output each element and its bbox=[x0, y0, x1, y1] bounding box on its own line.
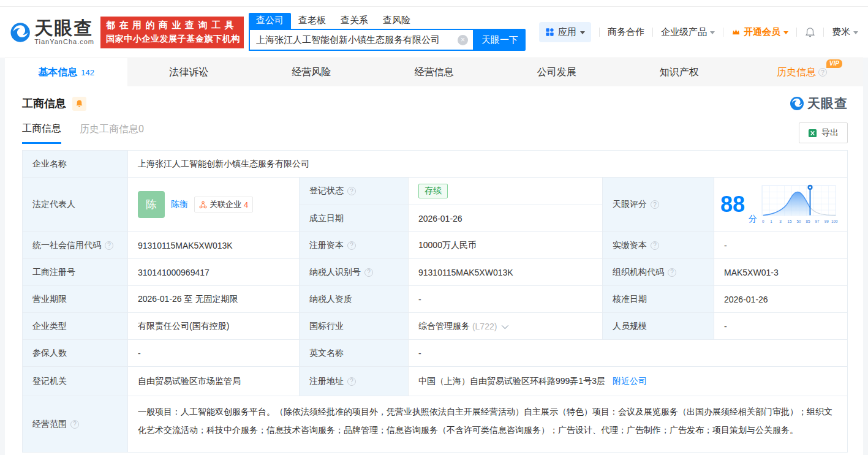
apps-label: 应用 bbox=[558, 26, 576, 38]
nav-open-vip[interactable]: 开通会员 bbox=[731, 26, 788, 38]
bell-icon bbox=[805, 27, 815, 38]
field-value-org-code: MAK5XW01-3 bbox=[714, 259, 848, 286]
basic-info-count: 142 bbox=[81, 68, 94, 77]
divider bbox=[599, 28, 600, 37]
tab-intellectual-property[interactable]: 知识产权 bbox=[618, 58, 741, 86]
industry-code: (L722) bbox=[472, 322, 497, 331]
tick-label: 1 bbox=[770, 219, 772, 224]
company-section-tabs: 基本信息 142 法律诉讼 经营风险 经营信息 公司发展 知识产权 VIP 历史… bbox=[5, 58, 863, 86]
subtabs-row: 工商信息 历史工商信息0 导出 bbox=[22, 122, 848, 144]
search-tab-relation[interactable]: 查关系 bbox=[333, 13, 376, 29]
field-value-company-name: 上海张江人工智能创新小镇生态服务有限公司 bbox=[128, 151, 848, 178]
apps-grid-icon bbox=[545, 28, 554, 37]
user-menu[interactable]: 费米 bbox=[832, 26, 858, 38]
search-area: 查公司 查老板 查关系 查风险 × 天眼一下 bbox=[249, 13, 526, 51]
clear-icon[interactable]: × bbox=[458, 35, 468, 45]
tick-label: 85 bbox=[806, 219, 811, 224]
help-icon[interactable]: ? bbox=[70, 420, 79, 429]
search-input[interactable] bbox=[250, 35, 458, 45]
related-companies-icon bbox=[199, 201, 207, 209]
nav-enterprise-products[interactable]: 企业级产品 bbox=[661, 26, 715, 38]
top-strip bbox=[0, 0, 868, 7]
field-value-credit-code: 91310115MAK5XW013K bbox=[128, 232, 300, 259]
search-button[interactable]: 天眼一下 bbox=[474, 29, 526, 51]
field-value-english-name: - bbox=[409, 340, 848, 367]
top-header: 天眼查 TianYanCha.com 都在用的商业查询工具 国家中小企业发展子基… bbox=[0, 7, 868, 58]
monitor-bell-button[interactable] bbox=[72, 97, 86, 111]
section-head: 工商信息 天眼查 bbox=[22, 95, 848, 112]
nav-business-cooperation[interactable]: 商务合作 bbox=[608, 26, 644, 38]
page-body: 基本信息 142 法律诉讼 经营风险 经营信息 公司发展 知识产权 VIP 历史… bbox=[5, 58, 863, 455]
field-label-org-code: 组织机构代码 ? bbox=[603, 259, 714, 286]
score-unit: 分 bbox=[749, 214, 757, 225]
logo-swirl-icon bbox=[790, 96, 804, 111]
field-label-taxpayer-id: 纳税人识别号 ? bbox=[300, 259, 409, 286]
help-icon[interactable]: ? bbox=[347, 377, 356, 386]
chevron-down-icon bbox=[580, 31, 585, 37]
tianyancha-logo[interactable]: 天眼查 TianYanCha.com bbox=[10, 18, 94, 47]
field-label-staff-size: 人员规模 bbox=[603, 313, 714, 340]
field-label-company-name: 企业名称 bbox=[23, 151, 128, 178]
field-value-insured-count: - bbox=[128, 340, 300, 367]
help-icon[interactable]: ? bbox=[651, 241, 659, 250]
related-companies-count: 4 bbox=[244, 200, 248, 209]
subtab-business-info[interactable]: 工商信息 bbox=[22, 122, 61, 144]
search-tab-company[interactable]: 查公司 bbox=[249, 13, 291, 29]
field-value-reg-number: 310141000969417 bbox=[128, 259, 300, 286]
legal-rep-avatar[interactable]: 陈 bbox=[138, 191, 165, 218]
vip-badge: VIP bbox=[826, 59, 842, 68]
field-label-reg-address: 注册地址 ? bbox=[300, 367, 409, 396]
logo-swirl-icon bbox=[10, 18, 31, 47]
tab-company-development[interactable]: 公司发展 bbox=[496, 58, 618, 86]
divider bbox=[796, 28, 797, 37]
tick-label: 97 bbox=[815, 219, 820, 224]
chevron-down-icon[interactable] bbox=[502, 322, 508, 328]
field-label-paid-capital: 实缴资本 ? bbox=[603, 232, 714, 259]
help-icon[interactable]: ? bbox=[668, 268, 676, 277]
field-value-approval-date: 2026-01-26 bbox=[714, 286, 848, 313]
search-tab-risk[interactable]: 查风险 bbox=[376, 13, 418, 29]
tab-basic-info[interactable]: 基本信息 142 bbox=[5, 58, 127, 86]
apps-menu-button[interactable]: 应用 bbox=[539, 22, 591, 42]
divider bbox=[652, 28, 653, 37]
help-icon[interactable]: ? bbox=[818, 68, 827, 77]
nearby-companies-link[interactable]: 附近公司 bbox=[613, 376, 647, 387]
vip-crown-icon bbox=[731, 28, 741, 37]
field-label-english-name: 英文名称 bbox=[300, 340, 409, 367]
logo-domain-text: TianYanCha.com bbox=[34, 38, 94, 45]
tab-history-info[interactable]: VIP 历史信息 ? bbox=[741, 58, 863, 86]
tab-operation-risk[interactable]: 经营风险 bbox=[250, 58, 372, 86]
subtab-history-business-info[interactable]: 历史工商信息0 bbox=[80, 123, 144, 143]
help-icon[interactable]: ? bbox=[651, 200, 659, 209]
export-button[interactable]: 导出 bbox=[799, 122, 848, 143]
field-label-taxpayer-quality: 纳税人资质 bbox=[300, 286, 409, 313]
help-icon[interactable]: ? bbox=[347, 187, 356, 195]
username: 费米 bbox=[832, 26, 850, 38]
field-value-business-term: 2026-01-26 至 无固定期限 bbox=[128, 286, 300, 313]
tab-legal-proceedings[interactable]: 法律诉讼 bbox=[127, 58, 250, 86]
notifications-button[interactable] bbox=[805, 27, 815, 38]
excel-icon bbox=[808, 129, 817, 138]
promo-line-1: 都在用的商业查询工具 bbox=[106, 20, 238, 31]
tick-label: 50 bbox=[797, 219, 802, 224]
status-badge: 存续 bbox=[418, 184, 448, 198]
help-icon[interactable]: ? bbox=[105, 241, 113, 250]
tick-label: 15 bbox=[788, 219, 793, 224]
field-label-industry: 国标行业 bbox=[300, 313, 409, 340]
tianyancha-watermark: 天眼查 bbox=[790, 95, 848, 112]
top-nav: 应用 商务合作 企业级产品 开通会员 费米 bbox=[539, 22, 858, 42]
score-distribution-chart: 0 1 3 15 50 85 97 99 100 bbox=[761, 182, 839, 227]
tab-operation-info[interactable]: 经营信息 bbox=[372, 58, 495, 86]
chevron-down-icon bbox=[853, 31, 858, 37]
field-value-score: 88 分 bbox=[714, 178, 848, 232]
search-tab-boss[interactable]: 查老板 bbox=[291, 13, 333, 29]
legal-rep-name-link[interactable]: 陈衡 bbox=[171, 199, 188, 210]
related-companies-badge[interactable]: 关联企业 4 bbox=[194, 197, 253, 212]
field-value-paid-capital: - bbox=[714, 232, 848, 259]
help-icon[interactable]: ? bbox=[364, 268, 373, 277]
basic-info-content: 工商信息 天眼查 工商信息 历史工商信息0 bbox=[5, 86, 863, 453]
help-icon[interactable]: ? bbox=[347, 241, 356, 250]
field-label-reg-status: 登记状态 ? bbox=[300, 178, 409, 205]
field-label-approval-date: 核准日期 bbox=[603, 286, 714, 313]
field-label-score: 天眼评分 ? bbox=[603, 178, 714, 232]
